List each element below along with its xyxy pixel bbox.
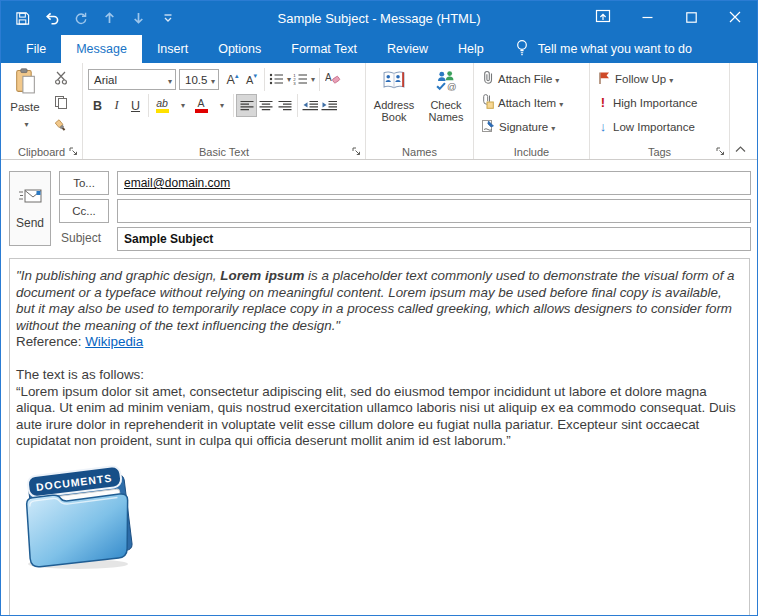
align-center-button[interactable] — [256, 95, 275, 116]
signature-button[interactable]: Signature — [477, 116, 587, 137]
shrink-font-arrow-icon: ▾ — [253, 72, 257, 80]
font-color-button[interactable]: A — [191, 95, 211, 116]
text-highlight-button[interactable]: ab — [152, 95, 172, 116]
close-button[interactable] — [713, 1, 757, 35]
paste-label: Paste — [10, 101, 39, 113]
message-body[interactable]: "In publishing and graphic design, Lorem… — [9, 258, 750, 615]
wikipedia-link[interactable]: Wikipedia — [85, 334, 143, 349]
address-book-label-line1: Address — [374, 99, 414, 112]
copy-button[interactable] — [50, 94, 72, 114]
align-left-button[interactable] — [237, 95, 256, 116]
numbering-button[interactable]: 123 — [292, 69, 316, 90]
send-button[interactable]: Send — [9, 171, 51, 246]
tags-dialog-launcher[interactable] — [715, 146, 726, 157]
increase-indent-button[interactable] — [320, 95, 339, 116]
tab-message[interactable]: Message — [61, 35, 142, 63]
ribbon-tab-bar: File Message Insert Options Format Text … — [1, 35, 757, 63]
align-center-icon — [259, 97, 273, 115]
attach-file-button[interactable]: Attach File — [477, 68, 587, 89]
documents-folder-icon[interactable]: DOCUMENTS — [18, 556, 138, 573]
tab-review[interactable]: Review — [372, 35, 443, 63]
format-painter-button[interactable] — [50, 118, 72, 138]
grow-font-button[interactable]: A▴ — [223, 69, 242, 90]
title-bar: Sample Subject - Message (HTML) — [1, 1, 757, 35]
address-book-button[interactable]: Address Book — [369, 66, 419, 143]
undo-icon — [44, 11, 60, 26]
cc-button[interactable]: Cc... — [59, 199, 109, 223]
collapse-ribbon-button[interactable] — [732, 141, 748, 155]
undo-button[interactable] — [38, 5, 65, 32]
blank-line — [16, 351, 741, 368]
reference-label: Reference: — [16, 334, 85, 349]
ribbon-tail — [730, 63, 757, 159]
move-down-button[interactable] — [125, 5, 152, 32]
tags-group-label: Tags — [590, 146, 729, 158]
attach-file-label: Attach File — [498, 73, 559, 85]
cut-icon — [54, 71, 68, 89]
paste-button[interactable]: Paste — [4, 66, 46, 143]
tell-me-box[interactable]: Tell me what you want to do — [515, 35, 692, 63]
intro-line: The text is as follows: — [16, 367, 741, 384]
font-color-bar — [195, 109, 208, 113]
clear-formatting-button[interactable]: A — [323, 69, 342, 90]
underline-button[interactable]: U — [126, 95, 145, 116]
font-size-value: 10.5 — [185, 74, 207, 86]
maximize-button[interactable] — [669, 1, 713, 35]
basic-text-dialog-launcher[interactable] — [351, 146, 362, 157]
lightbulb-icon — [515, 39, 529, 59]
svg-text:A: A — [325, 72, 332, 83]
font-name-combo[interactable]: Arial — [88, 69, 176, 90]
tab-help[interactable]: Help — [443, 35, 499, 63]
tab-options[interactable]: Options — [203, 35, 276, 63]
bullets-button[interactable] — [268, 69, 292, 90]
customize-quick-access-button[interactable] — [154, 5, 181, 32]
high-importance-button[interactable]: ! High Importance — [593, 92, 727, 113]
arrow-up-icon — [103, 11, 116, 25]
cut-button[interactable] — [50, 70, 72, 90]
tab-insert[interactable]: Insert — [142, 35, 203, 63]
to-button[interactable]: To... — [59, 171, 109, 195]
save-icon — [15, 11, 30, 26]
save-button[interactable] — [9, 5, 36, 32]
cc-input[interactable] — [117, 199, 751, 223]
font-size-combo[interactable]: 10.5 — [179, 69, 219, 90]
increase-indent-icon — [321, 97, 338, 115]
decrease-indent-icon — [302, 97, 319, 115]
quick-access-toolbar — [9, 5, 181, 32]
ribbon-display-options-button[interactable] — [581, 1, 625, 35]
check-names-label-line1: Check — [430, 99, 461, 112]
minimize-icon — [642, 9, 653, 27]
to-input[interactable] — [117, 171, 751, 195]
high-importance-icon: ! — [598, 95, 608, 110]
include-group-label: Include — [474, 146, 589, 158]
font-color-dropdown[interactable] — [211, 95, 230, 116]
align-right-button[interactable] — [275, 95, 294, 116]
subject-input[interactable] — [117, 227, 751, 251]
tab-file[interactable]: File — [11, 35, 61, 63]
align-left-icon — [240, 97, 254, 115]
highlight-dropdown[interactable] — [172, 95, 191, 116]
quote-paragraph: "In publishing and graphic design, Lorem… — [16, 268, 741, 334]
tell-me-label: Tell me what you want to do — [538, 42, 692, 56]
minimize-button[interactable] — [625, 1, 669, 35]
clipboard-dialog-launcher[interactable] — [68, 146, 79, 157]
bullets-icon — [269, 71, 284, 89]
attach-item-button[interactable]: Attach Item — [477, 92, 587, 113]
follow-up-button[interactable]: Follow Up — [593, 68, 727, 89]
basic-text-row-2: B I U ab A — [88, 93, 363, 118]
signature-icon — [481, 119, 495, 135]
redo-button[interactable] — [67, 5, 94, 32]
bold-button[interactable]: B — [88, 95, 107, 116]
italic-button[interactable]: I — [107, 95, 126, 116]
move-up-button[interactable] — [96, 5, 123, 32]
tab-format-text[interactable]: Format Text — [276, 35, 372, 63]
customize-toolbar-icon — [163, 13, 173, 23]
cc-button-label: Cc... — [72, 205, 96, 217]
outlook-message-window: Sample Subject - Message (HTML) File Mes… — [0, 0, 758, 616]
decrease-indent-button[interactable] — [301, 95, 320, 116]
low-importance-button[interactable]: ↓ Low Importance — [593, 116, 727, 137]
check-names-button[interactable]: @ Check Names — [421, 66, 471, 143]
shrink-font-button[interactable]: A▾ — [242, 69, 261, 90]
check-names-icon: @ — [433, 70, 459, 99]
chevron-up-icon — [735, 139, 746, 157]
